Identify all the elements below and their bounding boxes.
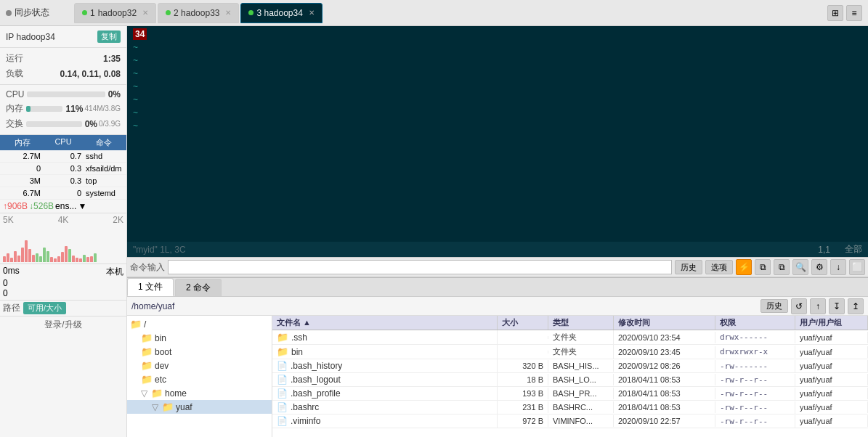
file-size-1: [498, 351, 548, 354]
chart-label-2k: 2K: [113, 215, 123, 225]
grid-view-btn[interactable]: ⊞: [827, 5, 843, 21]
swap-detail: 0/3.9G: [99, 120, 121, 128]
tree-label-bin: bin: [155, 333, 166, 343]
mem-detail: 414M/3.8G: [85, 105, 121, 113]
file-row-1[interactable]: 📁 bin 文件夹 2020/09/10 23:45 drwxrwxr-x yu…: [272, 345, 868, 359]
swap-row: 交换 0% 0/3.9G: [6, 116, 121, 131]
cmd-label: 命令输入: [130, 261, 165, 274]
tree-etc[interactable]: 📁 etc: [127, 372, 272, 386]
refresh-btn[interactable]: ↺: [791, 298, 807, 314]
proc-cmd-2: top: [84, 176, 123, 186]
tree-root[interactable]: 📁 /: [127, 317, 272, 331]
bar-2: [7, 253, 9, 262]
tab-label-1: 1: [90, 8, 95, 18]
tab-commands-label: 2 命令: [186, 282, 211, 293]
terminal[interactable]: 34 ~ ~ ~ ~ ~ ~ ~: [127, 26, 868, 242]
search-btn[interactable]: 🔍: [792, 259, 808, 275]
file-type-5: BASHRC...: [548, 401, 614, 413]
tree-label-boot: boot: [155, 347, 171, 357]
cpu-value: 0%: [108, 89, 121, 99]
tab-label-1b: hadoop32: [98, 8, 137, 18]
uptime-row: 运行 1:35: [6, 51, 121, 66]
file-user-0: yuaf/yuaf: [795, 332, 868, 343]
col-type[interactable]: 类型: [548, 316, 614, 330]
uptime-section: 运行 1:35 负载 0.14, 0.11, 0.08: [0, 48, 126, 85]
swap-label: 交换: [6, 118, 23, 130]
col-user[interactable]: 用户/用户组: [795, 316, 868, 330]
tree-yuaf[interactable]: ▽ 📁 yuaf: [127, 400, 272, 414]
file-row-5[interactable]: 📄 .bashrc 231 B BASHRC... 2018/04/11 08:…: [272, 401, 868, 414]
swap-progress: [26, 121, 82, 127]
col-date[interactable]: 修改时间: [614, 316, 715, 330]
file-date-4: 2018/04/11 08:53: [614, 388, 715, 399]
tilde-4: ~: [133, 80, 862, 93]
file-date-2: 2020/09/12 08:26: [614, 360, 715, 372]
tree-home[interactable]: ▽ 📁 home: [127, 386, 272, 400]
proc-row-3: 6.7M 0 systemd: [0, 187, 126, 200]
sidebar: IP hadoop34 复制 运行 1:35 负载 0.14, 0.11, 0.…: [0, 26, 127, 437]
file-row-2[interactable]: 📄 .bash_history 320 B BASH_HIS... 2020/0…: [272, 359, 868, 373]
tab-close-2[interactable]: ✕: [225, 9, 231, 17]
tilde-1: ~: [133, 41, 862, 54]
tab-hadoop34[interactable]: 3 hadoop34 ✕: [240, 3, 322, 23]
swap-pct: 0%: [85, 119, 97, 129]
login-label[interactable]: 登录/升级: [44, 319, 81, 330]
download-btn[interactable]: ↓: [830, 259, 846, 275]
bar-19: [68, 249, 71, 262]
up-btn[interactable]: ↑: [810, 298, 826, 314]
tree-dev[interactable]: 📁 dev: [127, 359, 272, 372]
bar-10: [36, 253, 38, 262]
bar-13: [46, 251, 49, 262]
file-user-4: yuaf/yuaf: [795, 388, 868, 399]
file-row-0[interactable]: 📁 .ssh 文件夹 2020/09/10 23:54 drwx------ y…: [272, 330, 868, 345]
mem-row: 内存 11% 414M/3.8G: [6, 101, 121, 116]
list-view-btn[interactable]: ≡: [846, 5, 862, 21]
tree-boot[interactable]: 📁 boot: [127, 345, 272, 359]
tab-close-1[interactable]: ✕: [142, 9, 148, 17]
file-content: 📁 / 📁 bin 📁 boot 📁: [127, 316, 868, 437]
latency-values: 0 0: [3, 278, 123, 298]
history-btn[interactable]: 历史: [675, 260, 702, 274]
file-name-5: 📄 .bashrc: [272, 401, 498, 414]
ul-btn[interactable]: ↥: [848, 298, 864, 314]
file-icon-folder-0: 📁: [277, 332, 288, 343]
bar-16: [57, 256, 60, 262]
bar-18: [65, 246, 68, 262]
options-btn[interactable]: 选项: [705, 260, 733, 274]
tab-hadoop33[interactable]: 2 hadoop33 ✕: [158, 3, 239, 23]
copy-ip-btn[interactable]: 复制: [97, 30, 121, 43]
terminal-highlight-line: 34: [133, 29, 862, 39]
col-filename[interactable]: 文件名 ▲: [272, 316, 498, 330]
folder-icon-home: 📁: [151, 388, 163, 399]
tree-bin[interactable]: 📁 bin: [127, 331, 272, 345]
col-size[interactable]: 大小: [498, 316, 548, 330]
login-section[interactable]: 登录/升级: [0, 316, 126, 333]
tab-commands[interactable]: 2 命令: [175, 279, 222, 296]
bar-22: [79, 258, 82, 262]
tree-label-etc: etc: [155, 375, 166, 385]
path-section: 路径 可用/大小: [0, 301, 126, 316]
load-row: 负载 0.14, 0.11, 0.08: [6, 66, 121, 81]
bar-4: [14, 251, 17, 262]
bar-23: [83, 255, 86, 262]
tab-dot-2: [166, 10, 171, 15]
tab-close-3[interactable]: ✕: [309, 9, 315, 17]
usable-size-btn[interactable]: 可用/大小: [23, 302, 66, 314]
file-row-4[interactable]: 📄 .bash_profile 193 B BASH_PR... 2018/04…: [272, 387, 868, 401]
tab-hadoop32[interactable]: 1 hadoop32 ✕: [74, 3, 156, 23]
file-row-6[interactable]: 📄 .viminfo 972 B VIMINFO... 2020/09/10 2…: [272, 414, 868, 428]
settings-btn[interactable]: ⚙: [811, 259, 827, 275]
file-history-btn[interactable]: 历史: [760, 299, 788, 313]
traffic-more[interactable]: ▼: [78, 201, 86, 211]
cmd-input[interactable]: [168, 260, 672, 274]
tab-files[interactable]: 1 文件: [127, 278, 174, 296]
paste-btn[interactable]: ⧉: [774, 259, 790, 275]
proc-mem-2: 3M: [3, 176, 42, 186]
lightning-btn[interactable]: ⚡: [736, 259, 752, 275]
copy-btn[interactable]: ⧉: [755, 259, 771, 275]
col-perm[interactable]: 权限: [715, 316, 795, 330]
fullscreen-btn[interactable]: ⬜: [849, 259, 865, 275]
dl-btn[interactable]: ↧: [829, 298, 845, 314]
proc-cpu-1: 0.3: [44, 163, 83, 173]
file-row-3[interactable]: 📄 .bash_logout 18 B BASH_LO... 2018/04/1…: [272, 373, 868, 387]
